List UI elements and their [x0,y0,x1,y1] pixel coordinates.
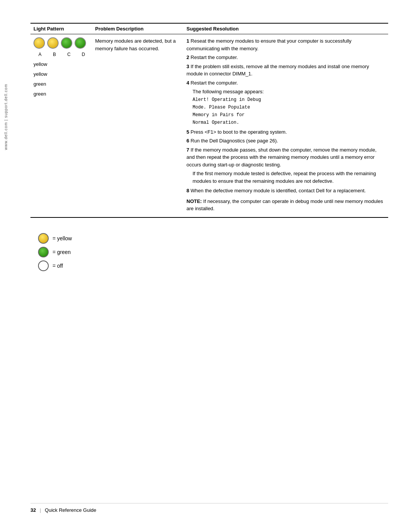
note-paragraph: NOTE: If necessary, the computer can ope… [186,198,385,212]
step-1-num: 1 [186,38,191,44]
colors-text: yellow yellow green green [33,58,89,99]
legend-off-label: = off [53,263,63,269]
label-c: C [63,51,75,58]
label-b: B [49,51,60,58]
step-7: 7 If the memory module passes, shut down… [186,146,385,169]
main-table: Light Pattern Problem Description Sugges… [30,23,388,218]
step-5-num: 5 [186,129,191,135]
lights-row [33,37,89,49]
step-4-num: 4 [186,80,191,86]
legend-off-item: = off [38,260,388,271]
page-footer: 32 | Quick Reference Guide [30,503,388,513]
step-2-text: Restart the computer. [191,54,238,60]
step-3: 3 If the problem still exists, remove al… [186,63,385,78]
note-label: NOTE: [186,198,202,204]
footer-guide-name: Quick Reference Guide [45,507,96,513]
legend-off-circle [38,260,49,271]
step-1: 1 Reseat the memory modules to ensure th… [186,37,385,52]
header-suggested-resolution: Suggested Resolution [183,23,388,34]
note-text: If necessary, the computer can operate i… [186,198,383,212]
page-wrapper: www.dell.com | support.dell.com Light Pa… [0,0,411,532]
step-7-num: 7 [186,147,191,153]
problem-description-cell: Memory modules are detected, but a memor… [92,34,183,217]
legend-yellow-label: = yellow [53,235,72,241]
step-6-text: Run the Dell Diagnostics (see page 26). [191,138,278,144]
step-3-text: If the problem still exists, remove all … [186,64,369,77]
color-label-3: green [33,79,89,89]
step-2: 2 Restart the computer. [186,54,385,61]
step-2-num: 2 [186,54,191,60]
footer-separator: | [40,507,41,513]
step-4-note: The following message appears: Alert! Op… [193,88,385,126]
light-pattern-cell: A B C D yellow yellow green green [30,34,92,217]
legend-yellow-item: = yellow [38,233,388,244]
legend-green-item: = green [38,247,388,257]
step-6: 6 Run the Dell Diagnostics (see page 26)… [186,137,385,145]
resolution-cell: 1 Reseat the memory modules to ensure th… [183,34,388,217]
step-4: 4 Restart the computer. [186,79,385,87]
legend-green-label: = green [53,249,71,255]
label-d: D [78,51,89,58]
abcd-labels: A B C D [33,51,89,58]
step-5-text: Press <F1> to boot to the operating syst… [191,129,287,135]
color-label-1: yellow [33,59,89,69]
step-8: 8 When the defective memory module is id… [186,187,385,195]
step-1-text: Reseat the memory modules to ensure that… [186,38,352,51]
color-label-2: yellow [33,69,89,79]
header-problem-description: Problem Description [92,23,183,34]
light-b [47,37,59,49]
table-row: A B C D yellow yellow green green Memory… [30,34,388,217]
step-4-text: Restart the computer. [191,80,238,86]
legend-green-circle [38,247,49,257]
side-watermark: www.dell.com | support.dell.com [4,84,8,150]
legend-yellow-circle [38,233,49,244]
step-7-cont: If the first memory module tested is def… [193,170,385,185]
light-d [75,37,86,49]
label-a: A [34,51,46,58]
header-light-pattern: Light Pattern [30,23,92,34]
step-7-text: If the memory module passes, shut down t… [186,147,376,168]
step-3-num: 3 [186,64,191,69]
step-8-num: 8 [186,188,191,193]
color-label-4: green [33,89,89,99]
footer-page-number: 32 [30,507,36,513]
step-6-num: 6 [186,138,191,144]
step-5: 5 Press <F1> to boot to the operating sy… [186,128,385,136]
light-c [61,37,72,49]
step-4-monospace: Alert! Operating in DebugMode. Please Po… [193,97,261,125]
legend-section: = yellow = green = off [38,233,388,271]
light-a [33,37,45,49]
step-8-text: When the defective memory module is iden… [191,188,366,193]
